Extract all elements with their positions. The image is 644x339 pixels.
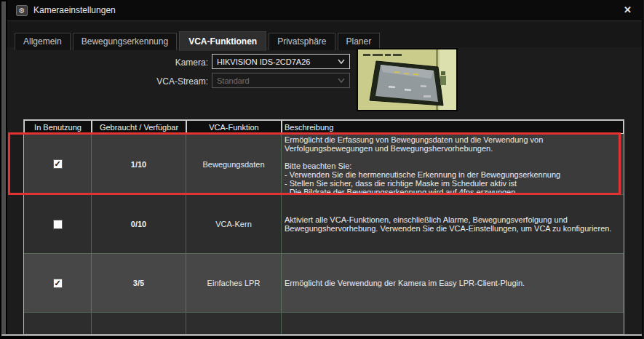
tab-bewegungserkennung[interactable]: Bewegungserkennung [73, 33, 177, 50]
checkbox-einfaches-lpr[interactable]: ✓ [53, 279, 63, 288]
chevron-down-icon [338, 78, 345, 83]
title-bar: ⚙ Kameraeinstellungen ✕ [7, 0, 642, 21]
table-row-empty [24, 312, 624, 334]
column-header-beschreibung: Beschreibung [282, 120, 624, 134]
vca-stream-label: VCA-Stream: [114, 76, 208, 87]
window-frame-left [1, 1, 6, 335]
window-title: Kameraeinstellungen [33, 5, 116, 15]
column-header-vca-funktion: VCA-Funktion [186, 120, 282, 134]
vca-stream-select-value: Standard [217, 76, 338, 85]
checkbox-vca-kern[interactable] [53, 220, 63, 229]
camera-preview-image [358, 49, 456, 110]
table-row-einfaches-lpr[interactable]: ✓ 3/5 Einfaches LPR Ermöglicht die Verwe… [24, 253, 624, 312]
close-icon[interactable]: ✕ [624, 4, 632, 15]
table-row-vca-kern[interactable]: 0/10 VCA-Kern Aktiviert alle VCA-Funktio… [24, 194, 624, 253]
function-name: Einfaches LPR [207, 279, 261, 287]
gear-icon: ⚙ [16, 5, 28, 16]
function-name: VCA-Kern [215, 220, 252, 228]
usage-value: 0/10 [131, 220, 146, 228]
camera-settings-dialog: ⚙ Kameraeinstellungen ✕ Allgemein Bewegu… [7, 0, 642, 334]
column-header-in-benutzung: In Benutzung [24, 120, 92, 134]
vca-stream-select: Standard [212, 73, 350, 88]
camera-preview-thumbnail [357, 48, 458, 111]
function-description: Ermöglicht die Erfassung von Bewegungsda… [282, 134, 624, 194]
function-description: Aktiviert alle VCA-Funktionen, einschlie… [282, 195, 624, 253]
usage-value: 1/10 [131, 160, 146, 169]
tab-privatsphaere[interactable]: Privatsphäre [269, 33, 335, 50]
column-header-gebraucht-verfuegbar: Gebraucht / Verfügbar [92, 120, 186, 134]
tab-vca-funktionen[interactable]: VCA-Funktionen [179, 31, 266, 51]
checkbox-bewegungsdaten[interactable]: ✓ [53, 159, 63, 169]
vca-functions-table: In Benutzung Gebraucht / Verfügbar VCA-F… [23, 119, 624, 335]
table-row-bewegungsdaten[interactable]: ✓ 1/10 Bewegungsdaten Ermöglicht die Erf… [24, 134, 624, 194]
table-header-row: In Benutzung Gebraucht / Verfügbar VCA-F… [24, 120, 624, 134]
camera-label: Kamera: [114, 57, 208, 68]
camera-select-value: HIKVISION IDS-2CD7A26 [217, 57, 338, 66]
camera-select[interactable]: HIKVISION IDS-2CD7A26 [212, 54, 350, 69]
tab-allgemein[interactable]: Allgemein [15, 33, 71, 50]
usage-value: 3/5 [133, 279, 144, 287]
chevron-down-icon [338, 59, 345, 64]
function-description: Ermöglicht die Verwendung der Kamera im … [282, 254, 624, 312]
function-name: Bewegungsdaten [202, 160, 264, 169]
